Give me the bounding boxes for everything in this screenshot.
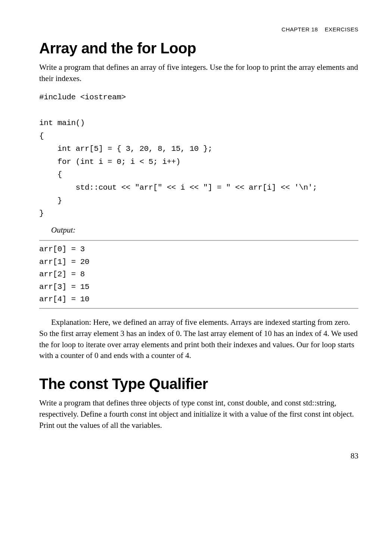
section2-intro: Write a program that defines three objec… — [39, 398, 358, 431]
section-heading-array-for-loop: Array and the for Loop — [39, 40, 358, 57]
section-heading-const-qualifier: The const Type Qualifier — [39, 376, 358, 392]
header-chapter: CHAPTER 18 — [281, 26, 318, 32]
code-block-1: #include <iostream> int main() { int arr… — [39, 91, 358, 220]
output-rule-top — [39, 240, 358, 241]
output-block: arr[0] = 3 arr[1] = 20 arr[2] = 8 arr[3]… — [39, 243, 358, 306]
page-number: 83 — [39, 451, 358, 461]
output-label: Output: — [51, 225, 358, 235]
section1-intro: Write a program that defines an array of… — [39, 62, 358, 84]
running-header: CHAPTER 18EXERCISES — [39, 26, 358, 32]
section1-explanation: Explanation: Here, we defined an array o… — [39, 317, 358, 361]
header-title: EXERCISES — [325, 26, 358, 32]
output-rule-bottom — [39, 308, 358, 309]
